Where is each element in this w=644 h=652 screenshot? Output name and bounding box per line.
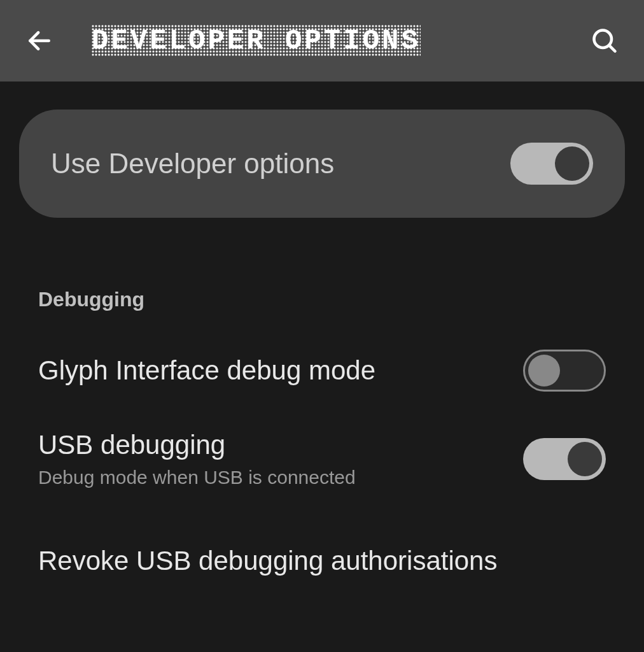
app-header: DEVELOPER OPTIONS	[0, 0, 644, 82]
svg-line-2	[609, 45, 615, 51]
setting-text: Glyph Interface debug mode	[38, 355, 375, 386]
usb-debugging-subtitle: Debug mode when USB is connected	[38, 467, 356, 488]
use-developer-options-card[interactable]: Use Developer options	[19, 110, 625, 218]
use-developer-options-toggle[interactable]	[510, 143, 593, 185]
search-icon	[591, 27, 619, 55]
glyph-interface-toggle[interactable]	[523, 350, 606, 392]
setting-text: Revoke USB debugging authorisations	[38, 546, 497, 576]
search-button[interactable]	[591, 27, 619, 55]
revoke-usb-authorisations-row[interactable]: Revoke USB debugging authorisations	[38, 546, 606, 576]
usb-debugging-title: USB debugging	[38, 430, 356, 460]
toggle-knob	[528, 355, 560, 386]
toggle-knob	[555, 146, 589, 181]
revoke-usb-title: Revoke USB debugging authorisations	[38, 546, 497, 576]
glyph-interface-debug-row[interactable]: Glyph Interface debug mode	[38, 350, 606, 392]
use-developer-options-label: Use Developer options	[51, 148, 334, 180]
toggle-knob	[568, 442, 602, 476]
back-button[interactable]	[25, 27, 53, 55]
usb-debugging-row[interactable]: USB debugging Debug mode when USB is con…	[38, 430, 606, 488]
page-title: DEVELOPER OPTIONS	[92, 25, 421, 57]
glyph-interface-title: Glyph Interface debug mode	[38, 355, 375, 386]
setting-text: USB debugging Debug mode when USB is con…	[38, 430, 356, 488]
arrow-left-icon	[25, 27, 53, 55]
usb-debugging-toggle[interactable]	[523, 438, 606, 480]
section-header-debugging: Debugging	[38, 288, 606, 311]
